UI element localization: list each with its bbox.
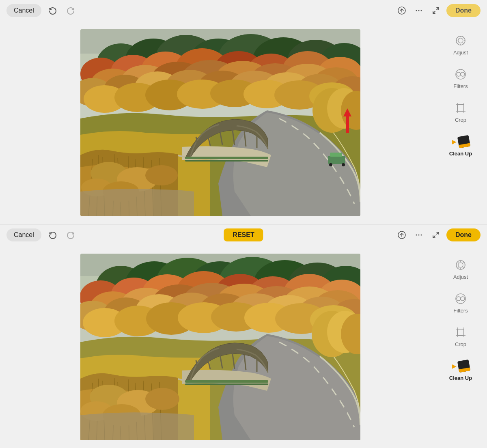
svg-line-184 (463, 267, 464, 268)
svg-point-104 (416, 235, 417, 236)
svg-point-68 (145, 165, 178, 185)
cleanup-arrow-2: ▶ (452, 363, 457, 369)
markup-button-1[interactable] (395, 4, 408, 17)
adjust-icon-2 (453, 258, 468, 272)
svg-point-80 (329, 163, 332, 166)
cleanup-icon-2: ▶ (453, 359, 468, 373)
redo-button-2[interactable] (64, 228, 77, 241)
svg-rect-55 (185, 160, 268, 162)
adjust-icon-1 (453, 33, 468, 48)
content-1: Adjust Filters (0, 21, 487, 224)
sidebar-item-crop-1[interactable]: Crop (438, 97, 483, 127)
svg-rect-97 (457, 105, 464, 111)
done-button-2[interactable]: Done (446, 228, 481, 241)
crop-label-1: Crop (455, 117, 466, 123)
cleanup-icon-1: ▶ (453, 134, 468, 149)
cleanup-arrow-1: ▶ (452, 138, 457, 145)
toolbar-right-1: Done (395, 4, 481, 17)
more-button-2[interactable] (412, 228, 425, 241)
svg-rect-190 (457, 329, 464, 336)
filters-icon-2 (453, 291, 468, 306)
svg-point-188 (457, 297, 461, 301)
more-button-1[interactable] (412, 4, 425, 17)
redo-button-1[interactable] (64, 4, 77, 17)
sidebar-item-cleanup-1[interactable]: ▶ Clean Up (438, 130, 483, 161)
photo-scene-1 (80, 29, 360, 216)
sidebar-item-adjust-1[interactable]: Adjust (438, 29, 483, 60)
sidebar-item-filters-2[interactable]: Filters (438, 287, 483, 318)
cleanup-label-2: Clean Up (449, 375, 472, 381)
photo-scene-2 (80, 254, 360, 440)
cleanup-eraser-1 (457, 135, 470, 148)
svg-point-105 (418, 235, 420, 236)
svg-line-185 (463, 262, 464, 263)
svg-line-90 (458, 38, 459, 39)
svg-rect-79 (330, 153, 342, 157)
markup-button-2[interactable] (395, 228, 408, 241)
photo-container-1 (80, 29, 360, 216)
cancel-button-2[interactable]: Cancel (6, 228, 41, 241)
toolbar-center-2: RESET (224, 228, 263, 241)
svg-line-93 (458, 43, 459, 44)
sidebar-item-crop-2[interactable]: Crop (438, 321, 483, 351)
svg-rect-157 (185, 380, 268, 383)
svg-line-92 (463, 38, 464, 39)
svg-rect-78 (328, 156, 345, 164)
sidebar-item-cleanup-2[interactable]: ▶ Clean Up (438, 355, 483, 385)
collapse-button-1[interactable] (429, 4, 442, 17)
crop-label-2: Crop (455, 341, 466, 347)
toolbar-2: Cancel RESET (0, 224, 487, 246)
svg-point-95 (457, 72, 461, 76)
filters-icon-1 (453, 67, 468, 82)
toolbar-right-2: Done (395, 228, 481, 241)
crop-icon-2 (453, 325, 468, 340)
crop-icon-1 (453, 101, 468, 115)
photo-container-2 (80, 254, 360, 440)
undo-button-1[interactable] (46, 4, 59, 17)
svg-point-85 (458, 38, 463, 43)
panel-1: Cancel (0, 0, 487, 224)
sidebar-2: Adjust Filters (434, 246, 487, 448)
svg-point-96 (461, 72, 465, 76)
svg-point-81 (342, 163, 345, 166)
collapse-button-2[interactable] (429, 228, 442, 241)
photo-area-1 (0, 21, 434, 224)
done-button-1[interactable]: Done (446, 4, 481, 17)
undo-button-2[interactable] (46, 228, 59, 241)
svg-line-186 (458, 267, 459, 268)
svg-point-189 (461, 297, 465, 301)
sidebar-1: Adjust Filters (434, 21, 487, 224)
filters-label-1: Filters (453, 83, 468, 89)
svg-point-2 (418, 10, 420, 11)
toolbar-1: Cancel (0, 0, 487, 21)
cleanup-eraser-2 (457, 360, 470, 373)
adjust-label-1: Adjust (453, 50, 468, 56)
svg-rect-158 (185, 383, 268, 385)
reset-button-2[interactable]: RESET (224, 228, 263, 241)
svg-point-3 (421, 10, 422, 11)
content-2: Adjust Filters (0, 246, 487, 448)
svg-point-1 (416, 10, 417, 11)
svg-point-177 (456, 261, 465, 269)
svg-point-106 (421, 235, 422, 236)
cleanup-label-1: Clean Up (449, 151, 472, 157)
svg-point-171 (145, 388, 179, 410)
adjust-label-2: Adjust (453, 274, 468, 280)
filters-label-2: Filters (453, 308, 468, 314)
sidebar-item-filters-1[interactable]: Filters (438, 63, 483, 93)
cancel-button-1[interactable]: Cancel (6, 4, 41, 17)
photo-area-2 (0, 246, 434, 448)
svg-line-183 (458, 262, 459, 263)
svg-point-84 (456, 36, 465, 45)
svg-point-178 (458, 263, 463, 267)
panel-2: Cancel RESET (0, 224, 487, 448)
sidebar-item-adjust-2[interactable]: Adjust (438, 254, 483, 284)
svg-rect-54 (185, 157, 268, 159)
svg-line-91 (463, 43, 464, 44)
